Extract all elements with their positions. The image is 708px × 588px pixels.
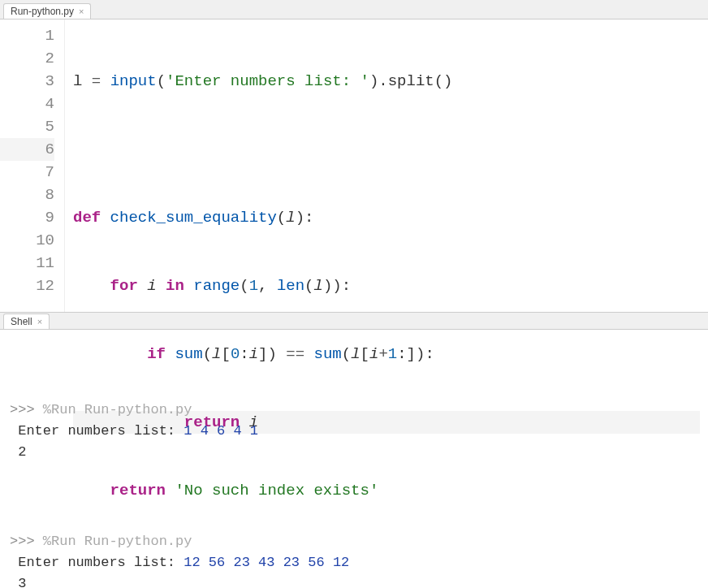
shell-prompt: >>> <box>10 534 43 549</box>
line-number: 7 <box>0 161 54 184</box>
line-number: 11 <box>0 252 54 275</box>
line-number: 3 <box>0 70 54 93</box>
line-number: 5 <box>0 115 54 138</box>
code-area[interactable]: l = input('Enter numbers list: ').split(… <box>65 19 708 312</box>
code-line: if sum(l[0:i]) == sum(l[i+1:]): <box>73 343 700 365</box>
shell-input: 1 4 6 4 1 <box>183 423 258 439</box>
editor-tab[interactable]: Run-python.py × <box>3 3 91 19</box>
code-line: return 'No such index exists' <box>73 479 700 502</box>
line-number: 10 <box>0 229 54 252</box>
shell-prompt-label: Enter numbers list: <box>18 555 183 570</box>
code-line: def check_sum_equality(l): <box>73 206 700 229</box>
line-number: 12 <box>0 275 54 297</box>
line-number: 1 <box>0 24 54 47</box>
close-icon[interactable]: × <box>79 6 84 16</box>
code-line: l = input('Enter numbers list: ').split(… <box>73 70 700 93</box>
code-line: for i in range(1, len(l)): <box>73 275 700 297</box>
code-line <box>73 138 700 161</box>
shell-prompt: >>> <box>10 402 43 417</box>
shell-output: 3 <box>18 576 26 588</box>
line-number: 6 <box>0 138 54 161</box>
line-number: 4 <box>0 93 54 115</box>
shell-input: 12 56 23 43 23 56 12 <box>183 555 349 570</box>
shell-command: %Run Run-python.py <box>43 534 192 549</box>
shell-tab[interactable]: Shell × <box>3 313 50 329</box>
shell-output: 2 <box>18 444 26 460</box>
line-number: 8 <box>0 184 54 206</box>
close-icon[interactable]: × <box>37 317 42 326</box>
line-number: 2 <box>0 47 54 70</box>
shell-tab-title: Shell <box>11 316 32 327</box>
editor-tab-bar: Run-python.py × <box>0 0 708 19</box>
shell-command: %Run Run-python.py <box>43 402 192 417</box>
shell-prompt-label: Enter numbers list: <box>18 423 183 439</box>
editor-tab-title: Run-python.py <box>11 6 74 17</box>
line-number-gutter: 1 2 3 4 5 6 7 8 9 10 11 12 <box>0 19 65 312</box>
line-number: 9 <box>0 206 54 229</box>
code-editor[interactable]: 1 2 3 4 5 6 7 8 9 10 11 12 l = input('En… <box>0 19 708 312</box>
